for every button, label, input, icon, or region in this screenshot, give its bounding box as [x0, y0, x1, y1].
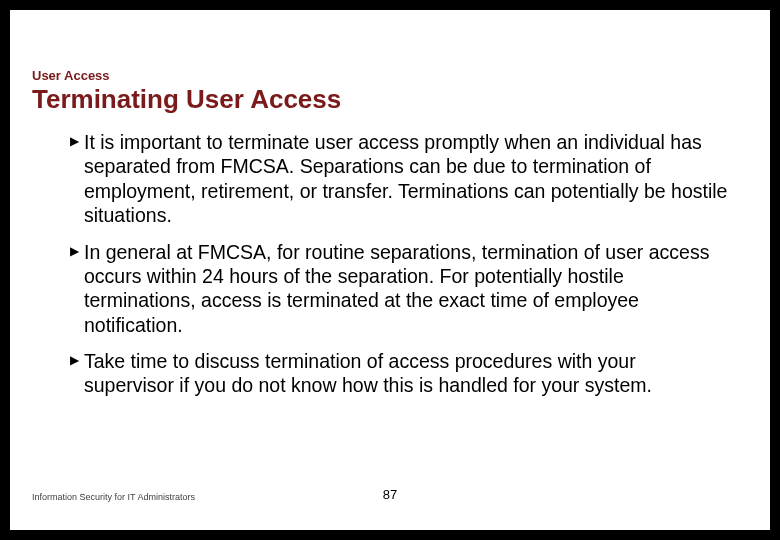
page-number: 87	[383, 487, 397, 502]
bullet-arrow-icon: ▶	[70, 134, 79, 149]
section-label: User Access	[32, 68, 110, 83]
bullet-item: ▶ Take time to discuss termination of ac…	[70, 349, 730, 398]
bullet-text: In general at FMCSA, for routine separat…	[84, 241, 709, 336]
slide: User Access Terminating User Access ▶ It…	[10, 10, 770, 530]
bullet-arrow-icon: ▶	[70, 244, 79, 259]
bullet-text: Take time to discuss termination of acce…	[84, 350, 652, 396]
body-text: ▶ It is important to terminate user acce…	[70, 130, 730, 410]
bullet-item: ▶ In general at FMCSA, for routine separ…	[70, 240, 730, 338]
bullet-item: ▶ It is important to terminate user acce…	[70, 130, 730, 228]
footer-left: Information Security for IT Administrato…	[32, 492, 195, 502]
slide-title: Terminating User Access	[32, 84, 341, 115]
bullet-arrow-icon: ▶	[70, 353, 79, 368]
bullet-text: It is important to terminate user access…	[84, 131, 727, 226]
